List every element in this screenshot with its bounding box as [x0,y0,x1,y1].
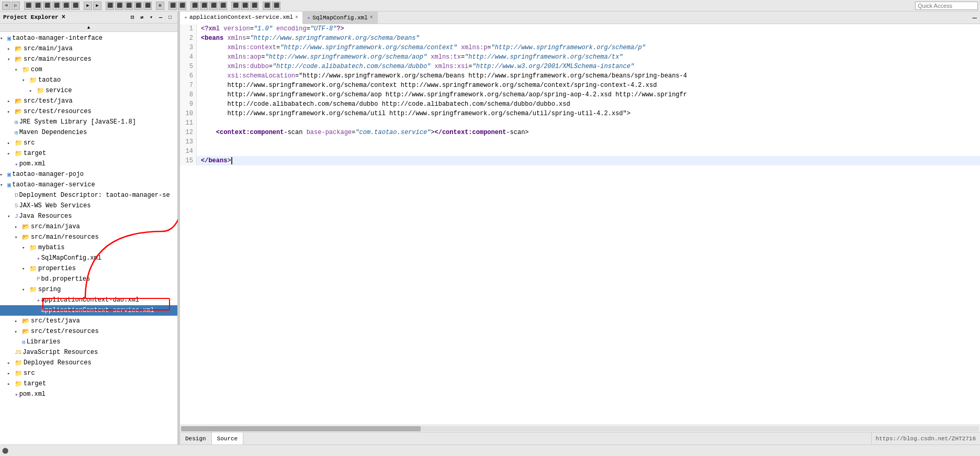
toolbar-btn-26[interactable]: ⬛ [263,2,271,10]
tree-item-java-resources[interactable]: ▾JJava Resources [0,211,177,221]
tree-item-jax-ws-web-services[interactable]: SJAX-WS Web Services [0,201,177,211]
tab-sqlmapconfig[interactable]: ✦ SqlMapConfig.xml × [303,12,378,24]
toolbar-btn-4[interactable]: ⬛ [33,2,42,10]
toolbar-btn-20[interactable]: ⬛ [200,2,208,10]
toolbar-btn-10[interactable]: ▶ [93,2,102,10]
code-line-8: 8 http://www.springframework.org/schema/… [180,90,980,99]
tree-item-mybatis[interactable]: ▾📁mybatis [0,242,177,253]
tree-item-src-test-java-2[interactable]: ▸📂src/test/java [0,316,177,326]
tree-item-com[interactable]: ▾📁com [0,64,177,75]
toolbar-btn-8[interactable]: ⬛ [71,2,80,10]
xml-icon-2: ✦ [307,15,310,21]
tab-source[interactable]: Source [212,432,244,444]
tab-design[interactable]: Design [180,432,212,444]
tree-item-target-2[interactable]: ▸📁target [0,379,177,389]
tree-item-taotao-manager-service[interactable]: ▾▣taotao-manager-service [0,180,177,190]
tree-item-bd-properties[interactable]: Pbd.properties [0,274,177,284]
toolbar-btn-13[interactable]: ⬛ [125,2,133,10]
tree-item-src-main-resources[interactable]: ▾📂src/main/resources [0,54,177,64]
quick-access-input[interactable] [915,2,978,10]
tree-item-src-main-java[interactable]: ▸📂src/main/java [0,43,177,54]
tree-item-properties[interactable]: ▾📁properties [0,263,177,274]
tree-item-src-test-java[interactable]: ▸📂src/test/java [0,96,177,106]
tab-label: applicationContext-service.xml [189,14,293,20]
scrollbar-track[interactable] [181,426,979,431]
line-number-14: 14 [180,147,197,156]
toolbar-btn-1[interactable]: ⊲ [2,2,10,10]
code-line-13: 13 [180,137,980,147]
collapse-all-icon[interactable]: ⊟ [128,13,137,21]
editor-minimize-icon[interactable]: — [970,14,980,22]
tree-item-libraries[interactable]: ⊞Libraries [0,337,177,347]
line-content-12: <context:component-scan base-package="co… [197,128,980,137]
tree-item-applicationcontext-service-xml[interactable]: ✦applicationContext-service.xml [0,305,177,316]
link-with-editor-icon[interactable]: ⇄ [138,13,146,21]
editor-bottom-tabs: Design Source https://blog.csdn.net/ZHT2… [180,432,980,444]
code-line-9: 9 http://code.alibabatech.com/schema/dub… [180,99,980,109]
editor-panel: ✦ applicationContext-service.xml × ✦ Sql… [180,12,980,444]
toolbar-btn-24[interactable]: ⬛ [241,2,249,10]
toolbar-btn-17[interactable]: ⬛ [168,2,177,10]
toolbar-btn-2[interactable]: ▷ [12,2,20,10]
tree-item-src-main-resources-2[interactable]: ▾📂src/main/resources [0,232,177,242]
code-line-3: 3 xmlns:context="http://www.springframew… [180,43,980,52]
tree-item-javascript-resources[interactable]: JSJavaScript Resources [0,347,177,358]
tree-item-target[interactable]: ▸📁target [0,148,177,159]
scrollbar-thumb[interactable] [181,426,421,431]
toolbar-btn-6[interactable]: ⬛ [52,2,61,10]
toolbar-btn-11[interactable]: ⬛ [106,2,114,10]
toolbar-btn-5[interactable]: ⬛ [43,2,51,10]
tree-item-taotao-manager-pojo[interactable]: ▸▣taotao-manager-pojo [0,169,177,180]
tree-item-deployed-resources[interactable]: ▸📁Deployed Resources [0,358,177,368]
tree-item-deployment-descriptor[interactable]: DDeployment Descriptor: taotao-manager-s… [0,190,177,201]
tree-item-taotao[interactable]: ▾📁taotao [0,75,177,85]
toolbar-btn-12[interactable]: ⬛ [115,2,123,10]
toolbar-btn-21[interactable]: ⬛ [209,2,218,10]
tree-item-pom-xml-2[interactable]: ✦pom.xml [0,389,177,399]
toolbar-btn-7[interactable]: ⬛ [62,2,70,10]
code-editor[interactable]: 1<?xml version="1.0" encoding="UTF-8"?>2… [180,24,980,425]
toolbar-btn-14[interactable]: ⬛ [134,2,142,10]
line-content-9: http://code.alibabatech.com/schema/dubbo… [197,99,980,109]
tree-item-pom-xml-1[interactable]: ✦pom.xml [0,159,177,169]
scroll-up-icon[interactable]: ▲ [87,25,90,30]
tab-applicationcontext-service[interactable]: ✦ applicationContext-service.xml × [180,12,303,24]
tab-close-icon[interactable]: × [295,15,298,20]
tree-item-src-main-java-2[interactable]: ▸📂src/main/java [0,221,177,232]
tab-close-icon-2[interactable]: × [370,15,373,20]
toolbar-btn-18[interactable]: ⬛ [178,2,186,10]
text-cursor [231,157,232,164]
tree-item-src[interactable]: ▸📁src [0,138,177,148]
toolbar-btn-22[interactable]: ⬛ [219,2,227,10]
tree-item-src-2[interactable]: ▸📁src [0,368,177,379]
toolbar-btn-19[interactable]: ⬛ [190,2,199,10]
project-explorer-header: Project Explorer × ⊟ ⇄ ▾ — □ [0,12,177,24]
tree-item-src-test-resources[interactable]: ▸📂src/test/resources [0,106,177,117]
toolbar-btn-25[interactable]: ⬛ [250,2,258,10]
tree-item-src-test-resources-2[interactable]: ▸📂src/test/resources [0,326,177,337]
tree-item-service[interactable]: ▸📁service [0,85,177,96]
toolbar-btn-16[interactable]: ⚙ [156,2,164,10]
tree-item-maven-dependencies[interactable]: ⊞Maven Dependencies [0,127,177,138]
line-content-1: <?xml version="1.0" encoding="UTF-8"?> [197,24,980,34]
tree-item-spring[interactable]: ▾📁spring [0,284,177,295]
line-content-7: http://www.springframework.org/schema/co… [197,81,980,90]
tree-item-sqlmapconfig-xml[interactable]: ✦SqlMapConfig.xml [0,253,177,263]
tree-item-jre-system-library[interactable]: ⊞JRE System Library [JavaSE-1.8] [0,117,177,127]
toolbar-btn-3[interactable]: ⬛ [24,2,32,10]
line-number-2: 2 [180,34,197,43]
maximize-panel-icon[interactable]: □ [166,13,174,21]
toolbar-btn-23[interactable]: ⬛ [231,2,240,10]
toolbar-btn-15[interactable]: ⬛ [143,2,152,10]
horizontal-scrollbar[interactable] [180,425,980,432]
toolbar-btn-27[interactable]: ⬛ [272,2,280,10]
code-line-11: 11 [180,118,980,128]
project-tree: ▾▣taotao-manager-interface▸📂src/main/jav… [0,32,177,444]
minimize-panel-icon[interactable]: — [156,13,165,21]
tree-item-applicationcontext-dao-xml[interactable]: ✦applicationContext-dao.xml [0,295,177,305]
code-line-12: 12 <context:component-scan base-package=… [180,128,980,137]
tree-item-taotao-manager-interface[interactable]: ▾▣taotao-manager-interface [0,33,177,43]
close-icon[interactable]: × [62,14,65,21]
view-menu-icon[interactable]: ▾ [147,13,155,21]
toolbar-btn-9[interactable]: ▶ [84,2,92,10]
